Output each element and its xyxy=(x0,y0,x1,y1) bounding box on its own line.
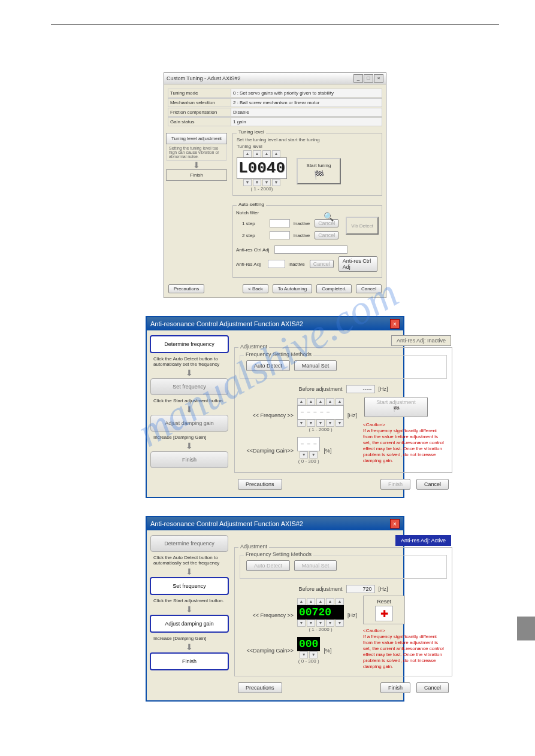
spin-up-icon[interactable]: ▲ xyxy=(243,150,252,157)
titlebar: Anti-resonance Control Adjustment Functi… xyxy=(147,317,403,330)
tuning-sub-text: Set the tuning level and start the tunin… xyxy=(237,137,378,142)
spin-down-icon[interactable]: ▼ xyxy=(300,651,308,658)
cancel-button[interactable]: Cancel xyxy=(416,479,449,490)
frequency-setting-methods-group: Frequency Setting Methods Auto Detect Ma… xyxy=(240,355,447,379)
spin-up-icon[interactable]: ▲ xyxy=(297,398,306,405)
tuning-mode-value: 0 : Set servo gains with priority given … xyxy=(231,89,382,98)
step1-field xyxy=(270,219,290,227)
hz-unit: [Hz] xyxy=(347,412,357,418)
start-tuning-button[interactable]: Start tuning 🏁 xyxy=(297,158,341,184)
spin-down-icon[interactable]: ▼ xyxy=(243,179,252,186)
step-hint-2: Click the Start adjustment button. xyxy=(153,598,225,603)
hz-unit: [Hz] xyxy=(379,386,388,392)
status-badge: Anti-res Adj: Active xyxy=(395,535,451,546)
tuning-mode-label: Tuning mode xyxy=(168,89,231,98)
finish-button[interactable]: Finish xyxy=(380,682,410,693)
arrow-down-icon: ⬇ xyxy=(186,369,193,377)
flow-hint: Setting the tuning level too high can ca… xyxy=(167,144,226,161)
notch-filter-label: Notch filter xyxy=(236,210,271,215)
step-finish: Finish xyxy=(150,652,229,670)
frequency-display: ----- xyxy=(297,405,344,420)
anti-res-adj-status: inactive xyxy=(289,262,305,267)
manual-set-button[interactable]: Manual Set xyxy=(294,360,337,371)
anti-res-adj-field xyxy=(268,260,285,268)
damping-display: --- xyxy=(297,437,320,451)
frequency-range: ( 1 - 2000 ) xyxy=(297,627,344,632)
step2-field xyxy=(270,231,290,239)
step-adjust-damping: Adjust damping gain xyxy=(150,415,228,432)
friction-label: Friction compensation xyxy=(168,108,231,117)
close-icon[interactable]: × xyxy=(374,74,383,83)
pct-unit: [%] xyxy=(324,448,331,454)
tuning-level-display: L0040 xyxy=(237,157,287,179)
frequency-display: 00720 xyxy=(297,605,344,620)
start-adjustment-button[interactable]: Start adjustment🏁 xyxy=(364,397,428,417)
step-set-frequency: Set frequency xyxy=(150,378,228,395)
step-hint-3: Increase [Damping Gain] xyxy=(153,636,225,641)
arrow-down-icon: ⬇ xyxy=(186,605,193,614)
damping-range: ( 0 - 300 ) xyxy=(297,658,320,664)
step1-status: inactive xyxy=(294,221,310,226)
gain-status-value: 1 gain xyxy=(231,117,382,126)
anti-res-cancel-button[interactable]: Cancel xyxy=(310,260,334,268)
step-hint-1: Click the Auto Detect button to automati… xyxy=(153,555,225,566)
anti-resonance-dialog-active: Anti-resonance Control Adjustment Functi… xyxy=(146,516,404,702)
caution-heading: <Caution> xyxy=(363,422,447,428)
window-title: Custom Tuning - Adust AXIS#2 xyxy=(167,75,241,81)
before-adjustment-label: Before adjustment xyxy=(298,386,342,392)
back-button[interactable]: < Back xyxy=(243,284,268,293)
page-side-tab xyxy=(517,617,535,640)
damping-display: 000 xyxy=(297,637,320,651)
caution-heading: <Caution> xyxy=(363,628,447,634)
maximize-icon[interactable]: □ xyxy=(364,74,373,83)
window-controls: _ □ × xyxy=(353,74,383,83)
close-icon[interactable]: × xyxy=(390,319,400,329)
adjustment-legend: Adjustment xyxy=(238,544,269,549)
tuning-level-group: Tuning level Set the tuning level and st… xyxy=(232,133,382,196)
adjustment-legend: Adjustment xyxy=(238,344,269,350)
anti-resonance-dialog-inactive: Anti-resonance Control Adjustment Functi… xyxy=(146,316,404,498)
flow-finish: Finish xyxy=(166,169,227,181)
vib-detect-button[interactable]: Vib Detect xyxy=(346,217,379,235)
step-determine-frequency: Determine frequency xyxy=(150,335,229,353)
manual-set-button[interactable]: Manual Set xyxy=(294,560,337,571)
auto-detect-button[interactable]: Auto Detect xyxy=(246,360,290,371)
to-autotuning-button[interactable]: To Autotuning xyxy=(273,284,312,293)
gain-status-label: Gain status xyxy=(168,117,231,126)
before-adjustment-value: 720 xyxy=(346,585,375,593)
auto-setting-legend: Auto-setting xyxy=(237,202,266,207)
auto-detect-button[interactable]: Auto Detect xyxy=(246,560,290,571)
step2-cancel-button[interactable]: Cancel xyxy=(315,231,338,239)
close-icon[interactable]: × xyxy=(390,519,400,529)
precautions-button[interactable]: Precautions xyxy=(238,479,282,490)
cancel-button[interactable]: Cancel xyxy=(416,682,449,693)
anti-res-ctrl-adj-button[interactable]: Anti-res Ctrl Adj xyxy=(338,256,377,272)
flag-icon: 🏁 xyxy=(393,406,400,412)
completed-button[interactable]: Completed. xyxy=(316,284,352,293)
arrow-down-icon: ⬇ xyxy=(186,405,193,414)
spin-down-icon[interactable]: ▼ xyxy=(300,451,308,459)
window-title: Anti-resonance Control Adjustment Functi… xyxy=(150,520,303,527)
precautions-button[interactable]: Precautions xyxy=(238,682,282,693)
fsm-legend: Frequency Setting Methods xyxy=(244,551,313,557)
minimize-icon[interactable]: _ xyxy=(353,74,363,83)
damping-gain-label: <<Damping Gain>> xyxy=(240,448,294,454)
spin-down-icon[interactable]: ▼ xyxy=(297,420,306,427)
spin-down-icon[interactable]: ▼ xyxy=(297,620,306,627)
mechanism-label: Mechanism selection xyxy=(168,98,231,107)
step-hint-3: Increase [Damping Gain] xyxy=(153,435,225,440)
window-title: Anti-resonance Control Adjustment Functi… xyxy=(150,320,303,327)
status-badge: Anti-res Adj: Inactive xyxy=(391,335,451,346)
caution-text: If a frequency significantly different f… xyxy=(363,428,447,464)
titlebar: Custom Tuning - Adust AXIS#2 _ □ × xyxy=(164,73,386,84)
step2-label: 2 step xyxy=(236,233,266,238)
cancel-button[interactable]: Cancel xyxy=(356,284,382,293)
precautions-button[interactable]: Precautions xyxy=(168,284,204,293)
anti-res-ctrl-field xyxy=(274,245,347,254)
finish-button[interactable]: Finish xyxy=(380,479,410,490)
spin-up-icon[interactable]: ▲ xyxy=(297,598,306,605)
step-finish: Finish xyxy=(150,451,228,468)
reset-button[interactable]: Reset ✚ xyxy=(363,596,405,624)
frequency-label: << Frequency >> xyxy=(240,612,294,618)
step-hint-2: Click the Start adjustment button xyxy=(153,398,225,403)
